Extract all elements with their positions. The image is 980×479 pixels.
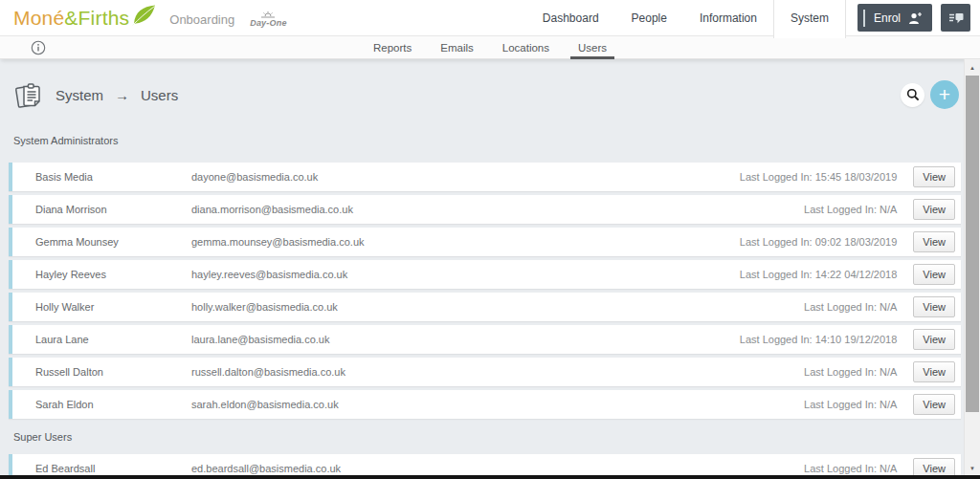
info-icon[interactable] (31, 40, 46, 55)
top-nav-item-information[interactable]: Information (683, 0, 773, 35)
user-row: Diana Morrison diana.morrison@basismedia… (9, 195, 961, 224)
top-nav-item-dashboard[interactable]: Dashboard (526, 0, 615, 35)
user-last-logged-in: Last Logged In: 15:45 18/03/2019 (740, 171, 898, 183)
user-last-logged-in: Last Logged In: N/A (804, 204, 897, 215)
leaf-icon (131, 4, 156, 26)
user-name: Laura Lane (35, 334, 191, 345)
user-name: Sarah Eldon (35, 399, 191, 410)
person-add-icon (908, 11, 923, 25)
user-row: Basis Media dayone@basismedia.co.uk Last… (9, 163, 961, 191)
enrol-button-label: Enrol (874, 11, 901, 25)
user-row: Russell Dalton russell.dalton@basismedia… (9, 358, 961, 386)
top-header: Moné&Firths Onboarding Day-One Dashboard… (0, 0, 980, 36)
add-user-button[interactable]: + (930, 80, 959, 109)
user-last-logged-in: Last Logged In: N/A (804, 366, 897, 378)
user-row: Laura Lane laura.lane@basismedia.co.uk L… (9, 325, 961, 354)
sub-nav-item-emails[interactable]: Emails (426, 36, 488, 58)
view-button[interactable]: View (913, 394, 955, 415)
section-title: Super Users (13, 431, 980, 443)
user-last-logged-in: Last Logged In: 14:10 19/12/2018 (740, 334, 898, 345)
scroll-down-arrow-icon[interactable]: ▼ (965, 463, 980, 474)
user-last-logged-in: Last Logged In: N/A (804, 301, 897, 313)
user-email: hayley.reeves@basismedia.co.uk (191, 269, 740, 280)
user-email: ed.beardsall@basismedia.co.uk (191, 463, 804, 474)
search-button[interactable] (901, 83, 924, 107)
chat-icon (948, 12, 964, 24)
brand-name-accent: Moné (13, 7, 64, 29)
user-email: russell.dalton@basismedia.co.uk (191, 366, 804, 378)
enrol-button[interactable]: Enrol (858, 4, 932, 32)
user-last-logged-in: Last Logged In: 09:02 18/03/2019 (740, 236, 898, 248)
user-email: gemma.mounsey@basismedia.co.uk (191, 236, 740, 248)
documents-icon (12, 80, 45, 110)
user-row: Holly Walker holly.walker@basismedia.co.… (9, 293, 961, 321)
view-button[interactable]: View (913, 231, 955, 252)
enrol-divider (863, 10, 865, 27)
user-last-logged-in: Last Logged In: N/A (804, 463, 897, 474)
sub-nav: Reports Emails Locations Users (0, 36, 980, 59)
dayone-icon (259, 11, 277, 18)
user-section: System Administrators Basis Media dayone… (0, 135, 980, 419)
user-name: Hayley Reeves (35, 269, 191, 280)
top-nav: Dashboard People Information System (526, 0, 846, 35)
search-icon (906, 88, 920, 101)
user-email: sarah.eldon@basismedia.co.uk (191, 399, 804, 410)
breadcrumb-users: Users (141, 87, 178, 103)
sub-nav-item-locations[interactable]: Locations (488, 36, 564, 58)
view-button[interactable]: View (913, 166, 955, 187)
user-row: Hayley Reeves hayley.reeves@basismedia.c… (9, 260, 961, 289)
dayone-label: Day-One (250, 18, 286, 28)
user-name: Russell Dalton (35, 366, 191, 378)
dayone-logo: Day-One (250, 11, 286, 28)
breadcrumb-system[interactable]: System (56, 87, 103, 103)
brand-logo: Moné&Firths Onboarding Day-One (13, 8, 287, 28)
section-rows: Basis Media dayone@basismedia.co.uk Last… (0, 163, 980, 419)
user-name: Holly Walker (35, 301, 191, 313)
view-button[interactable]: View (913, 361, 955, 382)
chat-button[interactable] (941, 4, 970, 32)
sub-nav-item-reports[interactable]: Reports (359, 36, 426, 58)
top-nav-item-system[interactable]: System (773, 0, 846, 38)
user-name: Ed Beardsall (35, 463, 191, 474)
user-name: Gemma Mounsey (35, 236, 191, 248)
user-email: dayone@basismedia.co.uk (191, 171, 740, 183)
view-button[interactable]: View (913, 296, 955, 317)
user-name: Diana Morrison (35, 204, 191, 215)
vertical-scrollbar[interactable]: ▲ ▼ (964, 59, 980, 479)
user-sections: System Administrators Basis Media dayone… (0, 135, 980, 479)
plus-icon: + (939, 84, 950, 104)
user-row: Sarah Eldon sarah.eldon@basismedia.co.uk… (9, 390, 961, 419)
view-button[interactable]: View (913, 199, 955, 220)
user-section: Super Users Ed Beardsall ed.beardsall@ba… (0, 431, 980, 479)
view-button[interactable]: View (913, 264, 955, 285)
user-last-logged-in: Last Logged In: N/A (804, 399, 897, 410)
user-row: Gemma Mounsey gemma.mounsey@basismedia.c… (9, 228, 961, 256)
user-email: diana.morrison@basismedia.co.uk (191, 204, 804, 215)
scroll-up-arrow-icon[interactable]: ▲ (965, 61, 980, 75)
page-header: System → Users + (0, 59, 980, 130)
section-title: System Administrators (13, 135, 980, 146)
brand-name-rest: &Firths (64, 7, 129, 29)
user-name: Basis Media (35, 171, 191, 183)
sub-nav-item-users[interactable]: Users (564, 36, 621, 58)
view-button[interactable]: View (913, 329, 955, 350)
breadcrumb-arrow-icon: → (115, 87, 129, 103)
bottom-edge-bar (0, 475, 980, 479)
user-last-logged-in: Last Logged In: 14:22 04/12/2018 (740, 269, 898, 280)
scrollbar-thumb[interactable] (966, 76, 979, 412)
product-label: Onboarding (169, 12, 234, 27)
user-email: holly.walker@basismedia.co.uk (191, 301, 804, 313)
top-nav-item-people[interactable]: People (615, 0, 683, 35)
breadcrumb: System → Users (56, 87, 178, 103)
user-email: laura.lane@basismedia.co.uk (191, 334, 740, 345)
